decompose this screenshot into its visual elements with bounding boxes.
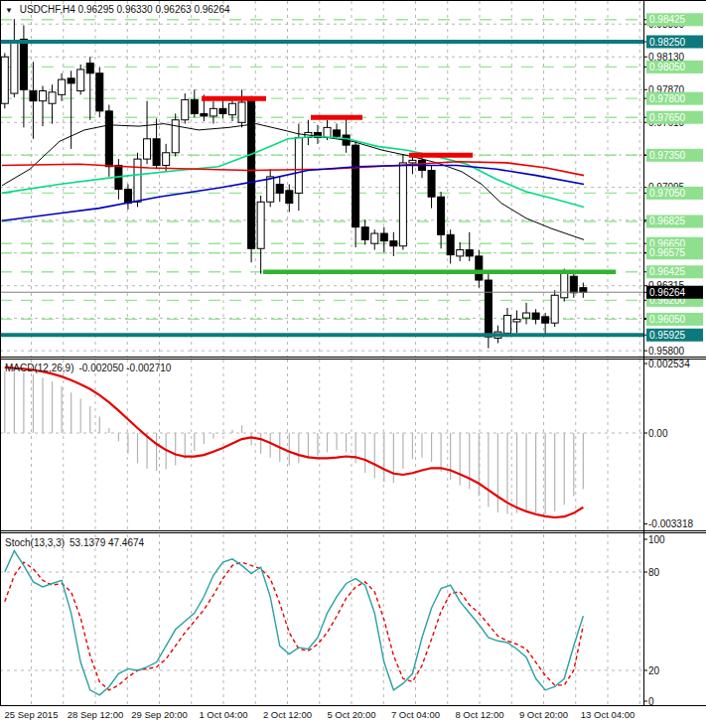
candle-body (248, 101, 255, 249)
time-axis-label: 2 Oct 12:00 (263, 709, 312, 720)
candle-body (124, 190, 131, 204)
macd-name: MACD(12,26,9) (5, 363, 73, 373)
candle-body (438, 197, 445, 234)
candle-body (30, 91, 37, 101)
candle-body (96, 73, 103, 111)
time-axis-label: 13 Oct 04:00 (581, 709, 635, 720)
macd-axis-label: -0.003318 (648, 518, 693, 529)
candle-body (68, 78, 74, 83)
candle-body (447, 234, 454, 254)
candle-body (286, 191, 293, 204)
candle-body (457, 250, 464, 256)
candle-body (191, 99, 198, 113)
candle-body (334, 130, 341, 136)
time-axis-label: 5 Oct 20:00 (327, 709, 375, 720)
time-axis-label: 25 Sep 2015 (5, 709, 59, 720)
candle-body (1, 57, 8, 103)
candle-body (172, 120, 179, 153)
price-level-badge-text: 0.98050 (649, 62, 686, 73)
time-axis-label: 8 Oct 12:00 (455, 709, 503, 720)
symbol-timeframe-label: USDCHF,H4 (20, 4, 75, 15)
candle-body (409, 160, 416, 163)
candle-body (257, 202, 264, 248)
price-level-badge-text: 0.97650 (649, 112, 686, 123)
price-level-badge-text: 0.96575 (649, 247, 686, 258)
ma-black (2, 124, 584, 240)
candle-body (201, 113, 208, 116)
candle-body (561, 272, 568, 297)
time-axis-label: 9 Oct 20:00 (519, 709, 568, 720)
macd-values: -0.002050 -0.002710 (78, 363, 171, 373)
candle-body (59, 79, 66, 94)
chart-window: 0.983900.981300.978700.976100.973520.970… (0, 0, 706, 728)
price-level-badge-text: 0.97050 (649, 188, 686, 199)
candle-body (105, 111, 112, 167)
candle-body (163, 153, 170, 166)
ohlc-readout: 0.96295 0.96330 0.96263 0.96264 (78, 4, 230, 15)
candle-body (551, 295, 558, 323)
time-axis-label: 7 Oct 04:00 (391, 709, 440, 720)
current-price-badge-text: 0.96264 (649, 287, 686, 298)
price-axis-label: 0.95800 (648, 346, 685, 357)
candle-body (380, 233, 387, 241)
candle-body (542, 317, 549, 323)
macd-signal-line (5, 367, 584, 517)
stoch-indicator-label: Stoch(13,3,3)53.1379 47.4674 (5, 537, 149, 548)
candle-body (428, 171, 435, 198)
candle-body (219, 108, 226, 113)
candle-body (153, 139, 160, 166)
candle-body (513, 319, 520, 322)
candle-body (324, 127, 331, 137)
price-level-badge-text: 0.97350 (649, 150, 686, 161)
candle-body (49, 92, 56, 103)
candle-body (238, 102, 245, 122)
chart-title-bar: ▼ USDCHF,H4 0.96295 0.96330 0.96263 0.96… (5, 4, 230, 15)
candle-body (276, 185, 283, 194)
candle-body (20, 39, 27, 89)
candle-body (532, 313, 539, 319)
stoch-axis-label: 0 (648, 696, 654, 707)
macd-axis-label: 0.002534 (648, 359, 690, 369)
price-level-badge-text: 0.96425 (649, 266, 686, 277)
price-level-badge-text: 0.96050 (649, 314, 686, 325)
candle-body (295, 138, 302, 194)
candle-body (361, 227, 368, 240)
candle-body (580, 288, 587, 293)
price-level-badge-text: 0.98425 (649, 14, 686, 25)
price-level-badge-text: 0.97800 (649, 93, 686, 104)
candle-body (523, 313, 530, 318)
candle-body (466, 250, 473, 256)
candle-body (134, 159, 141, 202)
candle-body (570, 276, 577, 293)
teal-price-badge-text: 0.95925 (649, 330, 686, 341)
candle-body (267, 177, 274, 202)
candle-body (353, 145, 359, 227)
symbol-dropdown-icon[interactable]: ▼ (5, 6, 13, 15)
macd-indicator-label: MACD(12,26,9)-0.002050 -0.002710 (5, 363, 176, 373)
candle-body (229, 103, 236, 114)
candle-body (390, 241, 397, 246)
candle-body (86, 64, 93, 73)
time-axis-label: 1 Oct 04:00 (199, 709, 247, 720)
candle-body (210, 108, 216, 116)
teal-price-badge-text: 0.98250 (649, 37, 686, 48)
time-axis-label: 29 Sep 20:00 (131, 709, 188, 720)
stoch-values: 53.1379 47.4674 (70, 537, 144, 548)
stoch-axis-label: 80 (648, 567, 660, 578)
candle-body (476, 256, 483, 280)
time-axis[interactable]: 25 Sep 201528 Sep 12:0029 Sep 20:001 Oct… (0, 709, 706, 727)
candle-body (182, 99, 189, 119)
candle-body (399, 163, 406, 246)
stoch-name: Stoch(13,3,3) (5, 537, 65, 548)
candle-body (77, 70, 84, 91)
candle-body (371, 233, 378, 243)
time-axis-label: 28 Sep 12:00 (68, 709, 124, 720)
stoch-axis-label: 20 (648, 665, 660, 676)
candle-body (485, 280, 492, 337)
candle-body (503, 316, 510, 334)
candle-body (40, 91, 47, 101)
candle-body (11, 41, 18, 93)
macd-axis-label: 0.00 (648, 428, 668, 439)
stoch-axis-label: 100 (648, 534, 665, 545)
price-level-badge-text: 0.96825 (649, 216, 686, 226)
